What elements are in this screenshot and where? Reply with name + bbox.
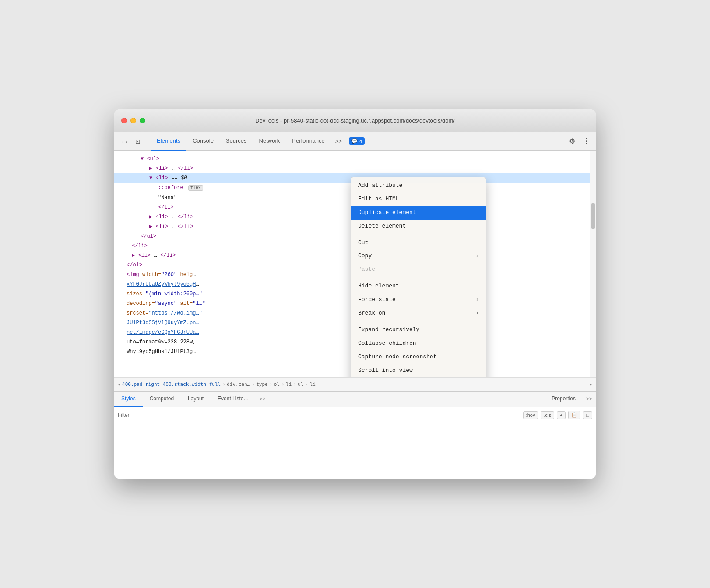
breadcrumb-item[interactable]: ol xyxy=(274,382,280,387)
breadcrumb-item[interactable]: li xyxy=(310,382,316,387)
breadcrumb-left-arrow[interactable]: ◀ xyxy=(118,382,120,387)
force-state-arrow-icon: › xyxy=(476,297,479,304)
context-menu-divider xyxy=(351,234,486,235)
filter-bar: :hov .cls + 📋 □ xyxy=(114,407,596,423)
more-tabs-button[interactable]: >> xyxy=(332,135,345,147)
devtools-window: DevTools - pr-5840-static-dot-dcc-stagin… xyxy=(114,109,596,479)
devtools-main: ▼ <ul> ▶ <li> … </li> ... ▼ <li> == $0 :… xyxy=(114,150,596,479)
breadcrumb: ◀ 400.pad-right-400.stack.width-full › d… xyxy=(114,377,596,391)
ctx-delete-element[interactable]: Delete element xyxy=(351,220,486,233)
ctx-paste: Paste xyxy=(351,263,486,276)
tab-event-listeners[interactable]: Event Liste… xyxy=(211,391,256,407)
context-menu: Add attribute Edit as HTML Duplicate ele… xyxy=(351,177,486,377)
context-menu-divider xyxy=(351,278,486,278)
more-bottom-tabs-button[interactable]: >> xyxy=(256,391,269,407)
breadcrumb-item[interactable]: div.cen… xyxy=(227,382,250,387)
ctx-cut[interactable]: Cut xyxy=(351,236,486,250)
dom-line[interactable]: ▼ <ul> xyxy=(114,154,596,164)
ctx-edit-html[interactable]: Edit as HTML xyxy=(351,192,486,206)
tab-sources[interactable]: Sources xyxy=(221,132,252,150)
ctx-expand-recursively[interactable]: Expand recursively xyxy=(351,323,486,337)
breadcrumb-item[interactable]: li xyxy=(286,382,292,387)
inspect-icon[interactable]: ⊡ xyxy=(132,135,144,147)
title-bar: DevTools - pr-5840-static-dot-dcc-stagin… xyxy=(114,109,596,132)
close-button[interactable] xyxy=(121,118,127,123)
maximize-button[interactable] xyxy=(140,118,145,123)
settings-icon[interactable]: ⚙ xyxy=(566,135,578,147)
bottom-panel: Styles Computed Layout Event Liste… >> P… xyxy=(114,391,596,479)
ctx-capture-screenshot[interactable]: Capture node screenshot xyxy=(351,350,486,364)
ctx-collapse-children[interactable]: Collapse children xyxy=(351,337,486,350)
ctx-scroll-into-view[interactable]: Scroll into view xyxy=(351,364,486,377)
filter-input[interactable] xyxy=(118,412,520,418)
ctx-hide-element[interactable]: Hide element xyxy=(351,280,486,293)
copy-arrow-icon: › xyxy=(476,253,479,260)
tab-layout[interactable]: Layout xyxy=(181,391,211,407)
scrollbar[interactable] xyxy=(590,150,596,377)
ctx-duplicate-element[interactable]: Duplicate element xyxy=(351,206,486,220)
more-properties-button[interactable]: >> xyxy=(583,391,596,407)
devtools-toolbar: ⬚ ⊡ Elements Console Sources Network Per… xyxy=(114,132,596,150)
breadcrumb-item[interactable]: type xyxy=(256,382,268,387)
tab-console[interactable]: Console xyxy=(187,132,219,150)
ctx-add-attribute[interactable]: Add attribute xyxy=(351,179,486,192)
notification-badge[interactable]: 💬 4 xyxy=(349,137,365,145)
tab-computed[interactable]: Computed xyxy=(143,391,181,407)
chat-icon: 💬 xyxy=(351,138,358,144)
tab-network[interactable]: Network xyxy=(254,132,285,150)
cursor-icon[interactable]: ⬚ xyxy=(118,135,130,147)
break-on-arrow-icon: › xyxy=(476,310,479,317)
traffic-lights xyxy=(121,118,145,123)
context-menu-divider xyxy=(351,322,486,322)
breadcrumb-item[interactable]: ul xyxy=(298,382,303,387)
toggle-panel-button[interactable]: □ xyxy=(583,411,592,419)
add-style-button[interactable]: + xyxy=(557,411,566,419)
window-title: DevTools - pr-5840-static-dot-dcc-stagin… xyxy=(255,117,455,124)
dom-panel[interactable]: ▼ <ul> ▶ <li> … </li> ... ▼ <li> == $0 :… xyxy=(114,150,596,377)
bottom-tabs: Styles Computed Layout Event Liste… >> P… xyxy=(114,392,596,407)
tab-elements[interactable]: Elements xyxy=(151,132,186,150)
breadcrumb-item[interactable]: 400.pad-right-400.stack.width-full xyxy=(122,382,221,387)
cls-filter-button[interactable]: .cls xyxy=(541,411,554,419)
tab-performance[interactable]: Performance xyxy=(287,132,330,150)
more-menu-icon[interactable]: ⋮ xyxy=(580,135,592,147)
ctx-break-on[interactable]: Break on › xyxy=(351,307,486,320)
filter-actions: :hov .cls + 📋 □ xyxy=(523,411,592,419)
copy-styles-button[interactable]: 📋 xyxy=(568,411,580,419)
ctx-force-state[interactable]: Force state › xyxy=(351,293,486,307)
scrollbar-thumb[interactable] xyxy=(591,203,595,229)
breadcrumb-right-arrow[interactable]: ▶ xyxy=(590,382,592,387)
minimize-button[interactable] xyxy=(130,118,136,123)
ctx-copy[interactable]: Copy › xyxy=(351,249,486,263)
tab-properties[interactable]: Properties xyxy=(545,391,583,407)
hov-filter-button[interactable]: :hov xyxy=(523,411,538,419)
dom-line[interactable]: ▶ <li> … </li> xyxy=(114,164,596,173)
tab-styles[interactable]: Styles xyxy=(114,391,143,407)
toolbar-divider xyxy=(148,137,148,146)
